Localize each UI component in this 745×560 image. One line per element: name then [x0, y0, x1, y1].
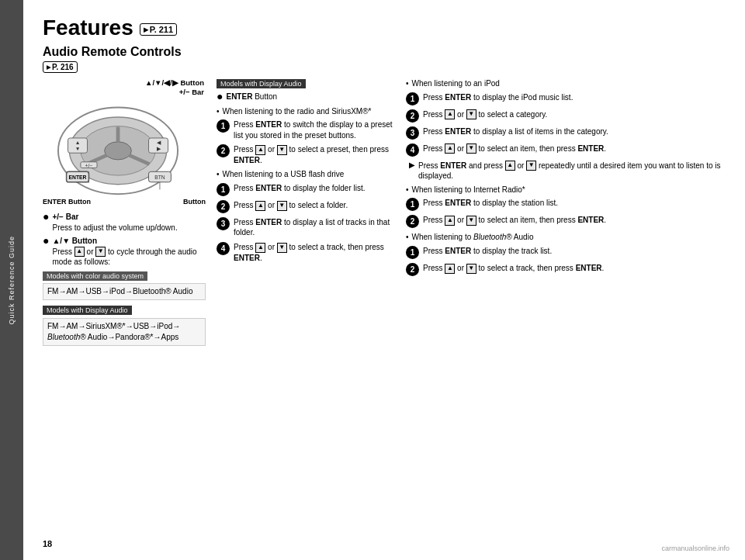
enter-bullet: ● ENTER Button: [217, 92, 395, 102]
down-arrow-icon: ▼: [95, 247, 106, 257]
bar-label: +/− Bar: [179, 88, 204, 96]
section-title: Audio Remote Controls: [43, 45, 726, 59]
internet-subbullet: • When listening to Internet Radio*: [406, 185, 726, 195]
radio-step2: 2 Press ▲ or ▼ to select a preset, then …: [217, 144, 395, 165]
updown-bullet-item: ● ▲/▼ Button Press ▲ or ▼ to cycle throu…: [43, 236, 206, 268]
badge-display-middle: Models with Display Audio: [217, 79, 306, 88]
sidebar: Quick Reference Guide: [0, 0, 23, 560]
usb-step3: 3 Press ENTER to display a list of track…: [217, 217, 395, 238]
watermark: carmanualsonline.info: [661, 544, 729, 552]
mode-flow-section: Models with color audio system FM→AM→USB…: [43, 271, 206, 346]
radio-step1: 1 Press ENTER to switch the display to a…: [217, 119, 395, 140]
radio-subbullet: • When listening to the radio and Sirius…: [217, 106, 395, 117]
badge-display-left: Models with Display Audio: [43, 306, 132, 315]
diagram-bottom-labels: ENTER Button Button: [43, 198, 206, 206]
usb-step1: 1 Press ENTER to display the folder list…: [217, 183, 395, 196]
enter-btn-label: ENTER Button: [43, 198, 91, 206]
up-icon6: ▲: [505, 161, 515, 171]
ipod-step2: 2 Press ▲ or ▼ to select a category.: [406, 109, 726, 123]
svg-text:▼: ▼: [75, 146, 81, 151]
svg-point-3: [105, 142, 132, 160]
down-icon5: ▼: [466, 143, 476, 154]
flow-display: FM→AM→SiriusXM®*→USB→iPod→ Bluetooth® Au…: [43, 318, 206, 346]
bluetooth-subbullet: • When listening to Bluetooth® Audio: [406, 232, 726, 243]
ipod-arrow-step: ▶ Press ENTER and press ▲ or ▼ repeatedl…: [409, 161, 726, 181]
page-title-ref: P. 211: [140, 23, 177, 36]
flow-color: FM→AM→USB→iPod→Bluetooth® Audio: [43, 283, 206, 300]
badge-color: Models with color audio system: [43, 271, 147, 281]
down-icon4: ▼: [466, 109, 476, 119]
steering-wheel-diagram: ▲ ▼ ◀ ▶ +/− ENTER: [43, 97, 194, 198]
left-bullets: ● +/− Bar Press to adjust the volume up/…: [43, 212, 206, 268]
main-content: Features P. 211 Audio Remote Controls ▶P…: [23, 0, 745, 560]
bt-step1: 1 Press ENTER to display the track list.: [406, 246, 726, 259]
page-wrapper: Quick Reference Guide Features P. 211 Au…: [0, 0, 745, 560]
steering-wheel-svg: ▲ ▼ ◀ ▶ +/− ENTER: [43, 97, 194, 198]
internet-step1: 1 Press ENTER to display the station lis…: [406, 198, 726, 211]
up-icon: ▲: [255, 145, 265, 155]
down-icon8: ▼: [466, 264, 476, 274]
down-icon3: ▼: [277, 243, 287, 253]
left-column: ▲/▼/◀/▶ Button +/− Bar: [43, 78, 206, 548]
sidebar-label: Quick Reference Guide: [8, 236, 16, 325]
middle-column: Models with Display Audio ● ENTER Button…: [217, 78, 395, 548]
usb-step4: 4 Press ▲ or ▼ to select a track, then p…: [217, 242, 395, 263]
svg-text:ENTER: ENTER: [69, 175, 87, 180]
usb-subbullet: • When listening to a USB flash drive: [217, 169, 395, 180]
up-icon7: ▲: [445, 216, 455, 226]
ipod-step3: 3 Press ENTER to display a list of items…: [406, 126, 726, 140]
up-icon5: ▲: [445, 143, 455, 154]
bar-bullet-item: ● +/− Bar Press to adjust the volume up/…: [43, 212, 206, 233]
down-icon7: ▼: [466, 216, 476, 226]
internet-step2: 2 Press ▲ or ▼ to select an item, then p…: [406, 215, 726, 228]
svg-text:▲: ▲: [75, 140, 81, 145]
diagram-area: ▲/▼/◀/▶ Button +/− Bar: [43, 78, 206, 206]
usb-step2: 2 Press ▲ or ▼ to select a folder.: [217, 200, 395, 213]
down-icon2: ▼: [277, 201, 287, 211]
diagram-top-label: ▲/▼/◀/▶ Button: [43, 78, 204, 87]
svg-text:BTN: BTN: [154, 175, 165, 180]
svg-text:+/−: +/−: [85, 163, 93, 168]
button-label: Button: [183, 198, 206, 206]
up-icon4: ▲: [445, 109, 455, 119]
bt-step2: 2 Press ▲ or ▼ to select a track, then p…: [406, 263, 726, 276]
down-icon: ▼: [277, 145, 287, 155]
columns: ▲/▼/◀/▶ Button +/− Bar: [43, 78, 726, 548]
up-icon8: ▲: [445, 264, 455, 274]
up-arrow-icon: ▲: [74, 247, 85, 257]
up-icon3: ▲: [255, 243, 265, 253]
ipod-subbullet: • When listening to an iPod: [406, 78, 726, 89]
up-icon2: ▲: [255, 201, 265, 211]
down-icon6: ▼: [526, 161, 536, 171]
page-number: 18: [43, 539, 52, 548]
page-title: Features: [43, 16, 133, 40]
ipod-step4: 4 Press ▲ or ▼ to select an item, then p…: [406, 143, 726, 157]
section-ref: ▶P. 216: [43, 61, 78, 73]
right-column: • When listening to an iPod 1 Press ENTE…: [406, 78, 726, 548]
ipod-step1: 1 Press ENTER to display the iPod music …: [406, 92, 726, 105]
